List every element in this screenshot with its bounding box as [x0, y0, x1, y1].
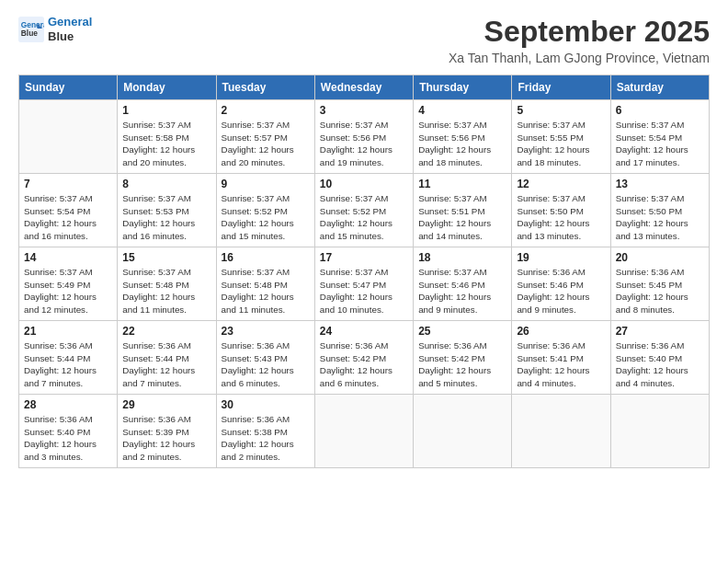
- column-header-sunday: Sunday: [19, 75, 118, 100]
- day-number: 3: [320, 104, 408, 117]
- calendar-cell: 23Sunrise: 5:36 AM Sunset: 5:43 PM Dayli…: [216, 321, 314, 395]
- day-info: Sunrise: 5:36 AM Sunset: 5:44 PM Dayligh…: [122, 339, 210, 390]
- day-number: 15: [122, 251, 210, 264]
- day-info: Sunrise: 5:36 AM Sunset: 5:42 PM Dayligh…: [418, 339, 506, 390]
- calendar-cell: 8Sunrise: 5:37 AM Sunset: 5:53 PM Daylig…: [118, 174, 216, 247]
- day-info: Sunrise: 5:37 AM Sunset: 5:54 PM Dayligh…: [616, 119, 704, 169]
- logo-text: General Blue: [48, 15, 92, 43]
- calendar-cell: 13Sunrise: 5:37 AM Sunset: 5:50 PM Dayli…: [610, 174, 709, 247]
- week-row-3: 14Sunrise: 5:37 AM Sunset: 5:49 PM Dayli…: [19, 247, 710, 321]
- calendar-cell: [19, 100, 118, 174]
- day-number: 12: [517, 178, 605, 190]
- day-info: Sunrise: 5:36 AM Sunset: 5:38 PM Dayligh…: [222, 413, 310, 464]
- calendar-cell: 24Sunrise: 5:36 AM Sunset: 5:42 PM Dayli…: [314, 321, 413, 395]
- title-block: September 2025 Xa Tan Thanh, Lam GJong P…: [449, 15, 710, 65]
- day-number: 5: [517, 104, 605, 117]
- day-info: Sunrise: 5:36 AM Sunset: 5:45 PM Dayligh…: [616, 266, 704, 316]
- calendar-cell: [414, 395, 512, 468]
- day-info: Sunrise: 5:37 AM Sunset: 5:55 PM Dayligh…: [517, 119, 605, 169]
- day-number: 14: [24, 251, 112, 264]
- day-info: Sunrise: 5:37 AM Sunset: 5:47 PM Dayligh…: [320, 266, 408, 316]
- calendar-cell: 6Sunrise: 5:37 AM Sunset: 5:54 PM Daylig…: [610, 100, 709, 174]
- month-title: September 2025: [449, 15, 710, 49]
- day-info: Sunrise: 5:36 AM Sunset: 5:43 PM Dayligh…: [222, 339, 310, 390]
- calendar-cell: 20Sunrise: 5:36 AM Sunset: 5:45 PM Dayli…: [610, 247, 709, 321]
- calendar-cell: 1Sunrise: 5:37 AM Sunset: 5:58 PM Daylig…: [118, 100, 216, 174]
- day-number: 25: [418, 325, 506, 338]
- day-info: Sunrise: 5:37 AM Sunset: 5:48 PM Dayligh…: [122, 266, 210, 316]
- calendar-cell: 26Sunrise: 5:36 AM Sunset: 5:41 PM Dayli…: [512, 321, 610, 395]
- column-header-monday: Monday: [118, 75, 216, 100]
- calendar-cell: 7Sunrise: 5:37 AM Sunset: 5:54 PM Daylig…: [19, 174, 118, 247]
- calendar-cell: 27Sunrise: 5:36 AM Sunset: 5:40 PM Dayli…: [610, 321, 709, 395]
- column-header-thursday: Thursday: [414, 75, 512, 100]
- calendar-cell: 18Sunrise: 5:37 AM Sunset: 5:46 PM Dayli…: [414, 247, 512, 321]
- day-info: Sunrise: 5:37 AM Sunset: 5:56 PM Dayligh…: [320, 119, 408, 169]
- calendar-cell: 11Sunrise: 5:37 AM Sunset: 5:51 PM Dayli…: [414, 174, 512, 247]
- calendar-cell: 29Sunrise: 5:36 AM Sunset: 5:39 PM Dayli…: [118, 395, 216, 468]
- location-subtitle: Xa Tan Thanh, Lam GJong Province, Vietna…: [449, 51, 710, 65]
- day-info: Sunrise: 5:36 AM Sunset: 5:46 PM Dayligh…: [517, 266, 605, 316]
- week-row-5: 28Sunrise: 5:36 AM Sunset: 5:40 PM Dayli…: [19, 395, 710, 468]
- calendar-cell: 2Sunrise: 5:37 AM Sunset: 5:57 PM Daylig…: [216, 100, 314, 174]
- day-info: Sunrise: 5:37 AM Sunset: 5:53 PM Dayligh…: [122, 192, 210, 243]
- day-info: Sunrise: 5:37 AM Sunset: 5:50 PM Dayligh…: [616, 192, 704, 243]
- day-number: 6: [616, 104, 704, 117]
- day-number: 2: [222, 104, 310, 117]
- calendar-cell: 5Sunrise: 5:37 AM Sunset: 5:55 PM Daylig…: [512, 100, 610, 174]
- calendar-body: 1Sunrise: 5:37 AM Sunset: 5:58 PM Daylig…: [19, 100, 710, 468]
- day-number: 22: [122, 325, 210, 338]
- day-info: Sunrise: 5:37 AM Sunset: 5:54 PM Dayligh…: [24, 192, 112, 243]
- calendar-cell: 21Sunrise: 5:36 AM Sunset: 5:44 PM Dayli…: [19, 321, 118, 395]
- calendar-cell: 3Sunrise: 5:37 AM Sunset: 5:56 PM Daylig…: [314, 100, 413, 174]
- column-header-tuesday: Tuesday: [216, 75, 314, 100]
- calendar-cell: 22Sunrise: 5:36 AM Sunset: 5:44 PM Dayli…: [118, 321, 216, 395]
- calendar-cell: [512, 395, 610, 468]
- day-info: Sunrise: 5:36 AM Sunset: 5:42 PM Dayligh…: [320, 339, 408, 390]
- day-info: Sunrise: 5:37 AM Sunset: 5:58 PM Dayligh…: [122, 119, 210, 169]
- day-number: 21: [24, 325, 112, 338]
- week-row-2: 7Sunrise: 5:37 AM Sunset: 5:54 PM Daylig…: [19, 174, 710, 247]
- week-row-4: 21Sunrise: 5:36 AM Sunset: 5:44 PM Dayli…: [19, 321, 710, 395]
- day-number: 23: [222, 325, 310, 338]
- day-info: Sunrise: 5:37 AM Sunset: 5:50 PM Dayligh…: [517, 192, 605, 243]
- day-number: 29: [122, 398, 210, 411]
- day-number: 26: [517, 325, 605, 338]
- calendar-cell: 14Sunrise: 5:37 AM Sunset: 5:49 PM Dayli…: [19, 247, 118, 321]
- day-info: Sunrise: 5:36 AM Sunset: 5:40 PM Dayligh…: [616, 339, 704, 390]
- day-number: 9: [222, 178, 310, 190]
- calendar-cell: 25Sunrise: 5:36 AM Sunset: 5:42 PM Dayli…: [414, 321, 512, 395]
- day-info: Sunrise: 5:37 AM Sunset: 5:52 PM Dayligh…: [222, 192, 310, 243]
- day-number: 27: [616, 325, 704, 338]
- calendar-table: SundayMondayTuesdayWednesdayThursdayFrid…: [18, 75, 710, 468]
- day-info: Sunrise: 5:36 AM Sunset: 5:40 PM Dayligh…: [24, 413, 112, 464]
- day-info: Sunrise: 5:37 AM Sunset: 5:46 PM Dayligh…: [418, 266, 506, 316]
- day-info: Sunrise: 5:36 AM Sunset: 5:44 PM Dayligh…: [24, 339, 112, 390]
- day-info: Sunrise: 5:37 AM Sunset: 5:51 PM Dayligh…: [418, 192, 506, 243]
- logo-icon: General Blue: [18, 17, 44, 42]
- calendar-cell: 15Sunrise: 5:37 AM Sunset: 5:48 PM Dayli…: [118, 247, 216, 321]
- day-info: Sunrise: 5:37 AM Sunset: 5:57 PM Dayligh…: [222, 119, 310, 169]
- day-number: 18: [418, 251, 506, 264]
- calendar-cell: 30Sunrise: 5:36 AM Sunset: 5:38 PM Dayli…: [216, 395, 314, 468]
- calendar-cell: 17Sunrise: 5:37 AM Sunset: 5:47 PM Dayli…: [314, 247, 413, 321]
- day-number: 30: [222, 398, 310, 411]
- day-number: 16: [222, 251, 310, 264]
- day-number: 1: [122, 104, 210, 117]
- column-header-wednesday: Wednesday: [314, 75, 413, 100]
- calendar-cell: 9Sunrise: 5:37 AM Sunset: 5:52 PM Daylig…: [216, 174, 314, 247]
- day-number: 17: [320, 251, 408, 264]
- day-info: Sunrise: 5:37 AM Sunset: 5:52 PM Dayligh…: [320, 192, 408, 243]
- day-number: 20: [616, 251, 704, 264]
- column-header-friday: Friday: [512, 75, 610, 100]
- week-row-1: 1Sunrise: 5:37 AM Sunset: 5:58 PM Daylig…: [19, 100, 710, 174]
- svg-text:Blue: Blue: [21, 29, 38, 38]
- day-number: 10: [320, 178, 408, 190]
- column-header-saturday: Saturday: [610, 75, 709, 100]
- day-number: 24: [320, 325, 408, 338]
- logo: General Blue General Blue: [18, 15, 92, 43]
- day-number: 7: [24, 178, 112, 190]
- calendar-cell: 19Sunrise: 5:36 AM Sunset: 5:46 PM Dayli…: [512, 247, 610, 321]
- day-number: 13: [616, 178, 704, 190]
- day-number: 11: [418, 178, 506, 190]
